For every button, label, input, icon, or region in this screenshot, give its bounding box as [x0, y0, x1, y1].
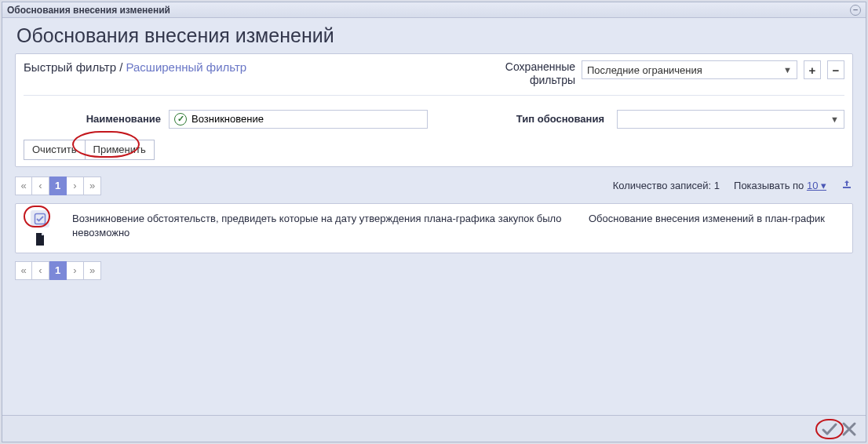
pager-prev[interactable]: ‹	[32, 177, 49, 195]
page-title: Обоснования внесения изменений	[16, 24, 853, 47]
field-type-label: Тип обоснования	[436, 113, 609, 125]
pager-first[interactable]: «	[15, 177, 32, 195]
chevron-down-icon: ▼	[783, 65, 792, 75]
per-page: Показывать по 10 ▾	[734, 180, 826, 191]
document-icon[interactable]	[31, 231, 49, 248]
pager-page-1[interactable]: 1	[49, 261, 67, 280]
close-icon[interactable]	[841, 420, 858, 438]
pager-next[interactable]: ›	[67, 177, 84, 195]
per-page-link[interactable]: 10 ▾	[807, 180, 826, 191]
pager-bottom: « ‹ 1 › »	[15, 261, 101, 280]
apply-button[interactable]: Применить	[86, 140, 155, 160]
export-icon[interactable]	[841, 178, 853, 193]
pager-prev[interactable]: ‹	[32, 261, 49, 280]
field-type-select[interactable]: ▼	[617, 110, 844, 129]
pager-last[interactable]: »	[84, 261, 101, 280]
tab-quick-filter[interactable]: Быстрый фильтр	[24, 60, 116, 74]
pager-first[interactable]: «	[15, 261, 32, 280]
row-name: Возникновение обстоятельств, предвидеть …	[72, 209, 576, 248]
field-name-input[interactable]	[190, 112, 422, 126]
data-grid: Возникновение обстоятельств, предвидеть …	[15, 203, 853, 253]
chevron-down-icon: ▼	[830, 115, 839, 124]
pager-top: « ‹ 1 › »	[15, 177, 101, 195]
tab-extended-filter[interactable]: Расширенный фильтр	[126, 60, 247, 74]
row-select-icon[interactable]	[31, 210, 49, 227]
field-name-input-wrap[interactable]: ✓	[169, 110, 428, 129]
minimize-icon[interactable]: –	[850, 5, 861, 16]
pager-page-1[interactable]: 1	[49, 177, 67, 195]
saved-filters-label: Сохраненныефильтры	[505, 60, 575, 87]
field-name-label: Наименование	[24, 113, 161, 125]
clear-button[interactable]: Очистить	[24, 140, 86, 160]
add-saved-filter-button[interactable]: +	[804, 60, 821, 79]
filter-panel: Быстрый фильтр / Расширенный фильтр Сохр…	[15, 53, 853, 167]
saved-filters-select[interactable]: Последние ограничения ▼	[582, 60, 797, 79]
pager-next[interactable]: ›	[67, 261, 84, 280]
row-type: Обоснование внесения изменений в план-гр…	[589, 209, 848, 248]
record-count: Количество записей: 1	[613, 180, 720, 191]
saved-filters-value: Последние ограничения	[587, 64, 702, 76]
filter-tabs: Быстрый фильтр / Расширенный фильтр	[24, 60, 496, 74]
remove-saved-filter-button[interactable]: −	[827, 60, 844, 79]
window-title: Обоснования внесения изменений	[7, 5, 170, 16]
checkmark-icon: ✓	[174, 113, 187, 126]
titlebar: Обоснования внесения изменений –	[2, 2, 866, 18]
pager-last[interactable]: »	[84, 177, 101, 195]
footer-bar	[2, 415, 866, 442]
confirm-icon[interactable]	[820, 420, 839, 438]
